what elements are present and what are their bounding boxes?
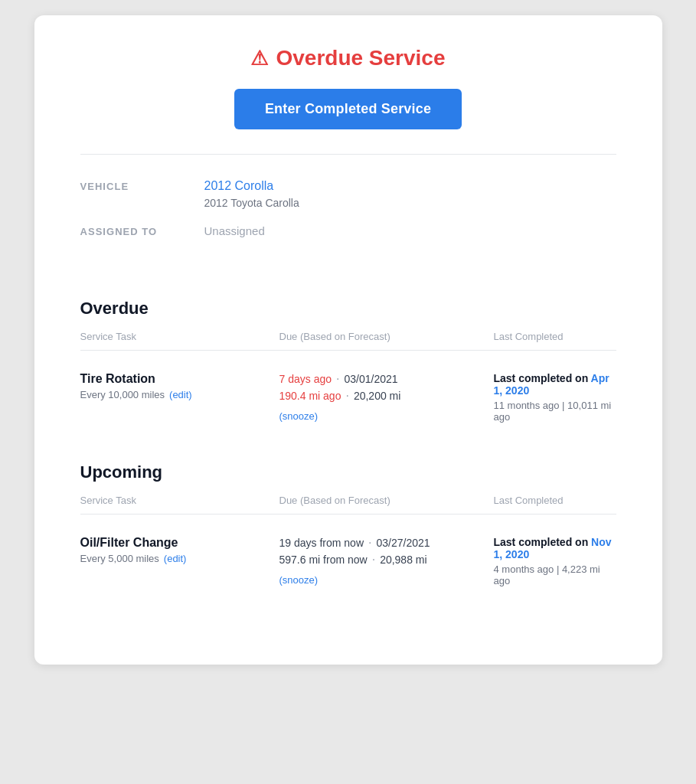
overdue-task-interval: Every 10,000 miles (edit) <box>80 389 279 400</box>
vehicle-row: VEHICLE 2012 Corolla 2012 Toyota Carolla <box>80 179 616 209</box>
upcoming-table-header: Service Task Due (Based on Forecast) Las… <box>80 495 616 514</box>
upcoming-last-completed-ago: 4 months ago | 4,223 mi ago <box>494 564 616 586</box>
overdue-col-due: Due (Based on Forecast) <box>279 331 494 342</box>
upcoming-days-from-now: 19 days from now <box>279 537 364 549</box>
warning-icon: ⚠ <box>250 47 268 70</box>
upcoming-due-line1: 19 days from now · 03/27/2021 <box>279 536 494 550</box>
overdue-table-row: Tire Rotation Every 10,000 miles (edit) … <box>80 363 616 432</box>
upcoming-col-task: Service Task <box>80 495 279 506</box>
upcoming-snooze-link[interactable]: (snooze) <box>279 574 319 586</box>
overdue-due-date1: 03/01/2021 <box>344 373 397 385</box>
enter-service-button[interactable]: Enter Completed Service <box>234 89 462 129</box>
upcoming-table-row: Oil/Filter Change Every 5,000 miles (edi… <box>80 527 616 596</box>
overdue-edit-link[interactable]: (edit) <box>169 389 192 400</box>
overdue-due-mileage: 20,200 mi <box>354 390 400 402</box>
upcoming-col-due: Due (Based on Forecast) <box>279 495 494 506</box>
upcoming-last-completed-label: Last completed on Nov 1, 2020 <box>494 536 616 560</box>
upcoming-due-date1: 03/27/2021 <box>376 537 430 549</box>
upcoming-task-interval: Every 5,000 miles (edit) <box>80 553 279 564</box>
overdue-section: Overdue Service Task Due (Based on Forec… <box>80 299 616 432</box>
vehicle-label: VEHICLE <box>80 179 180 192</box>
upcoming-last-completed-cell: Last completed on Nov 1, 2020 4 months a… <box>494 536 616 586</box>
overdue-last-completed-cell: Last completed on Apr 1, 2020 11 months … <box>494 372 616 423</box>
page-title-text: Overdue Service <box>276 46 445 70</box>
vehicle-value: 2012 Corolla 2012 Toyota Carolla <box>204 179 299 209</box>
overdue-due-line1: 7 days ago · 03/01/2021 <box>279 372 494 386</box>
overdue-due-line2: 190.4 mi ago · 20,200 mi <box>279 389 494 403</box>
overdue-snooze-link[interactable]: (snooze) <box>279 410 319 422</box>
overdue-miles-ago: 190.4 mi ago <box>279 390 341 402</box>
upcoming-due-line2: 597.6 mi from now · 20,988 mi <box>279 553 494 567</box>
upcoming-task-name: Oil/Filter Change <box>80 536 279 550</box>
overdue-section-title: Overdue <box>80 299 616 318</box>
upcoming-miles-from-now: 597.6 mi from now <box>279 554 368 566</box>
vehicle-name-link[interactable]: 2012 Corolla <box>204 179 299 193</box>
overdue-last-completed-label: Last completed on Apr 1, 2020 <box>494 372 616 397</box>
overdue-task-name: Tire Rotation <box>80 372 279 386</box>
vehicle-info-section: VEHICLE 2012 Corolla 2012 Toyota Carolla… <box>80 179 616 271</box>
assigned-to-row: ASSIGNED TO Unassigned <box>80 224 616 237</box>
upcoming-due-mileage: 20,988 mi <box>380 554 426 566</box>
overdue-col-task: Service Task <box>80 331 279 342</box>
overdue-task-interval-text: Every 10,000 miles <box>80 389 165 400</box>
overdue-last-completed-ago: 11 months ago | 10,011 mi ago <box>494 400 616 423</box>
vehicle-description: 2012 Toyota Carolla <box>204 197 299 209</box>
upcoming-col-last: Last Completed <box>494 495 616 506</box>
upcoming-edit-link[interactable]: (edit) <box>164 553 187 564</box>
main-card: ⚠ Overdue Service Enter Completed Servic… <box>34 15 662 665</box>
upcoming-task-cell: Oil/Filter Change Every 5,000 miles (edi… <box>80 536 279 564</box>
header-section: ⚠ Overdue Service Enter Completed Servic… <box>80 46 616 155</box>
assigned-to-label: ASSIGNED TO <box>80 224 180 237</box>
overdue-col-last: Last Completed <box>494 331 616 342</box>
page-title: ⚠ Overdue Service <box>80 46 616 70</box>
upcoming-section-title: Upcoming <box>80 462 616 482</box>
upcoming-task-interval-text: Every 5,000 miles <box>80 553 159 564</box>
upcoming-due-cell: 19 days from now · 03/27/2021 597.6 mi f… <box>279 536 494 586</box>
overdue-due-cell: 7 days ago · 03/01/2021 190.4 mi ago · 2… <box>279 372 494 423</box>
overdue-days-ago: 7 days ago <box>279 373 332 385</box>
upcoming-section: Upcoming Service Task Due (Based on Fore… <box>80 462 616 596</box>
overdue-task-cell: Tire Rotation Every 10,000 miles (edit) <box>80 372 279 400</box>
assigned-to-value: Unassigned <box>204 224 265 237</box>
overdue-table-header: Service Task Due (Based on Forecast) Las… <box>80 331 616 351</box>
